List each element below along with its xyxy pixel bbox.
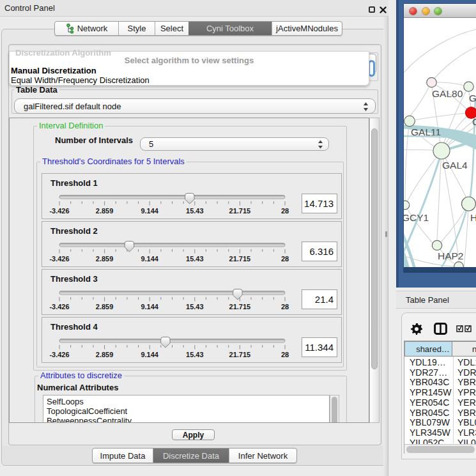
svg-text:GAL80: GAL80 <box>432 88 463 99</box>
svg-text:2.859: 2.859 <box>96 303 114 311</box>
svg-text:H: H <box>470 212 476 223</box>
svg-text:2.859: 2.859 <box>96 255 114 263</box>
svg-text:-3.426: -3.426 <box>49 255 69 263</box>
svg-text:9.144: 9.144 <box>141 207 158 215</box>
svg-text:28: 28 <box>281 207 289 215</box>
svg-text:15.43: 15.43 <box>186 303 204 311</box>
svg-text:-3.426: -3.426 <box>49 351 69 358</box>
svg-text:28: 28 <box>281 255 289 263</box>
svg-text:21.715: 21.715 <box>229 207 251 215</box>
svg-text:21.715: 21.715 <box>229 303 251 311</box>
svg-text:-3.426: -3.426 <box>49 207 69 215</box>
svg-text:9.144: 9.144 <box>141 351 158 358</box>
svg-text:15.43: 15.43 <box>186 255 204 263</box>
svg-text:GA: GA <box>469 93 476 104</box>
svg-text:GAL4: GAL4 <box>442 160 468 171</box>
svg-text:28: 28 <box>281 351 289 358</box>
svg-text:2.859: 2.859 <box>96 351 114 358</box>
svg-text:2.859: 2.859 <box>96 207 114 215</box>
svg-text:9.144: 9.144 <box>141 303 158 311</box>
svg-text:9.144: 9.144 <box>141 255 158 263</box>
svg-text:C: C <box>472 116 476 127</box>
svg-text:28: 28 <box>281 303 289 311</box>
svg-text:21.715: 21.715 <box>229 351 251 358</box>
svg-text:GCY1: GCY1 <box>404 212 429 223</box>
svg-text:15.43: 15.43 <box>186 207 204 215</box>
svg-text:GAL11: GAL11 <box>411 127 441 137</box>
svg-text:HAP2: HAP2 <box>438 250 464 261</box>
svg-text:-3.426: -3.426 <box>49 303 69 311</box>
svg-text:15.43: 15.43 <box>186 351 204 358</box>
svg-text:21.715: 21.715 <box>229 255 251 263</box>
